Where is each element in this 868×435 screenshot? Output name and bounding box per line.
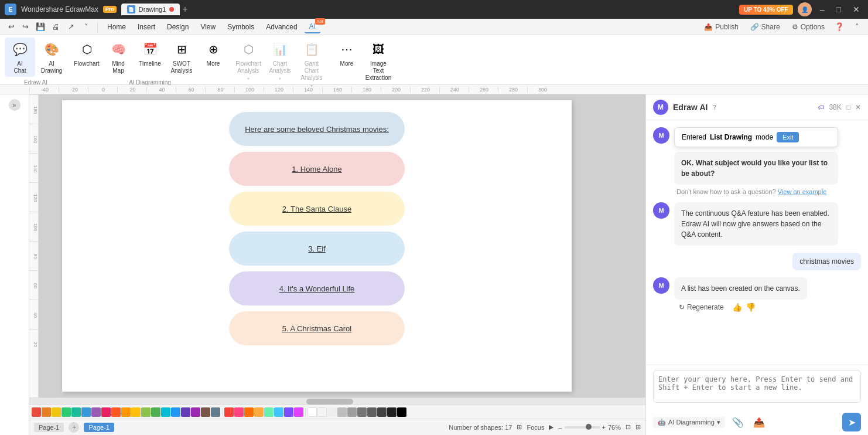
ai-send-button[interactable]: ➤ [842,413,861,431]
drawing-canvas[interactable]: Here are some beloved Christmas movies: … [39,94,645,397]
color-red[interactable] [32,407,41,417]
ai-panel-close[interactable]: ✕ [855,103,861,111]
add-page-button[interactable]: + [69,422,79,433]
color-grey6[interactable] [377,407,387,417]
list-item-5[interactable]: 5. A Christmas Carol [229,311,405,345]
color-magenta[interactable] [191,407,200,417]
ribbon-swot[interactable]: ⊞ SWOTAnalysis [166,38,197,77]
active-tab[interactable]: 📄 Drawing1 [121,4,180,15]
color-light-grey[interactable] [317,407,327,417]
thumbs-up-button[interactable]: 👍 [732,303,742,312]
close-button[interactable]: ✕ [849,4,863,15]
ribbon-ai-chat[interactable]: 💬 AIChat [5,38,35,77]
scrollbar-thumb[interactable] [306,399,353,405]
redo-button[interactable]: ↪ [19,21,32,33]
color-grey1[interactable] [327,407,337,417]
color-teal[interactable] [71,407,81,417]
promo-badge[interactable]: UP TO 40% OFF [739,5,793,15]
user-avatar[interactable]: 👤 [798,2,812,16]
publish-button[interactable]: 📤 Publish [700,22,741,32]
share-button[interactable]: 🔗 Share [747,22,784,32]
more-options-button[interactable]: ˅ [80,21,93,33]
menu-home[interactable]: Home [102,21,131,33]
ai-panel-minimize[interactable]: □ [846,103,850,111]
play-icon[interactable]: ▶ [549,423,553,431]
ai-export-button[interactable]: 📤 [751,414,767,430]
page-tab-inactive[interactable]: Page-1 [34,423,64,432]
color-medium-green[interactable] [151,407,160,417]
color-pink2[interactable] [234,407,244,417]
color-red2[interactable] [224,407,234,417]
color-purple2[interactable] [284,407,293,417]
color-cyan[interactable] [161,407,170,417]
color-deep-purple[interactable] [181,407,190,417]
color-pink[interactable] [101,407,111,417]
undo-button[interactable]: ↩ [5,21,18,33]
color-brown[interactable] [201,407,210,417]
color-orange[interactable] [42,407,51,417]
color-deep-orange[interactable] [111,407,121,417]
menu-symbols[interactable]: Symbols [223,21,259,33]
zoom-in-button[interactable]: + [602,424,606,431]
add-tab-button[interactable]: + [182,4,187,15]
color-yellow[interactable] [52,407,61,417]
zoom-out-button[interactable]: – [558,424,562,431]
color-black[interactable] [397,407,406,417]
save-button[interactable]: 💾 [34,21,47,33]
options-button[interactable]: ⚙ Options [788,22,828,32]
fit-page-button[interactable]: ⊡ [626,423,631,431]
menu-advanced[interactable]: Advanced [261,21,302,33]
list-item-header[interactable]: Here are some beloved Christmas movies: [229,112,405,146]
ribbon-more-diagramming[interactable]: ⊕ More [198,38,228,77]
color-grey2[interactable] [337,407,347,417]
color-orange2[interactable] [244,407,254,417]
canvas-page[interactable]: Here are some beloved Christmas movies: … [62,100,572,392]
color-light-blue[interactable] [171,407,180,417]
collapse-ribbon-button[interactable]: ˄ [850,21,863,33]
horizontal-scrollbar[interactable] [29,397,645,405]
color-green2[interactable] [264,407,274,417]
menu-design[interactable]: Design [162,21,193,33]
minimize-button[interactable]: – [816,4,828,15]
ai-example-link[interactable]: View an example [778,188,827,195]
list-item-2[interactable]: 2. The Santa Clause [229,192,405,226]
ribbon-ai-drawing[interactable]: 🎨 AIDrawing [36,38,67,77]
ribbon-more-smart[interactable]: ⋯ More [332,38,362,84]
expand-button[interactable]: ⊞ [635,423,641,431]
ribbon-image-extraction[interactable]: 🖼 Image TextExtraction [363,38,394,84]
zoom-slider[interactable] [565,426,600,429]
color-blue[interactable] [81,407,91,417]
ai-mode-selector[interactable]: 🤖 AI Diagramming ▾ [653,417,725,428]
ribbon-mind-map[interactable]: 🧠 MindMap [103,38,134,77]
color-orange3[interactable] [254,407,264,417]
ribbon-timeline[interactable]: 📅 Timeline [135,38,165,77]
color-light-green[interactable] [141,407,151,417]
color-amber[interactable] [121,407,131,417]
maximize-button[interactable]: □ [833,4,845,15]
color-purple[interactable] [91,407,101,417]
ribbon-flowchart[interactable]: ⬡ Flowchart [71,38,102,77]
color-blue-grey[interactable] [211,407,220,417]
menu-ai[interactable]: AI hot [305,21,320,33]
color-blue2[interactable] [274,407,283,417]
list-item-1[interactable]: 1. Home Alone [229,152,405,186]
ai-query-input[interactable] [653,370,861,403]
exit-mode-button[interactable]: Exit [777,132,799,142]
menu-view[interactable]: View [196,21,220,33]
color-white[interactable] [307,407,317,417]
ai-attach-button[interactable]: 📎 [730,414,746,430]
help-button[interactable]: ❓ [833,21,846,33]
color-green[interactable] [61,407,71,417]
color-grey3[interactable] [347,407,357,417]
regenerate-button[interactable]: ↻ Regenerate [674,302,729,312]
color-grey5[interactable] [367,407,377,417]
expand-panels-button[interactable]: » [9,99,20,111]
list-item-3[interactable]: 3. Elf [229,232,405,266]
menu-insert[interactable]: Insert [133,21,160,33]
color-grey4[interactable] [357,407,367,417]
ai-help-icon[interactable]: ? [712,104,716,111]
export-button[interactable]: ↗ [64,21,77,33]
thumbs-down-button[interactable]: 👎 [746,303,756,312]
list-item-4[interactable]: 4. It's a Wonderful Life [229,271,405,305]
focus-label[interactable]: Focus [527,424,544,431]
